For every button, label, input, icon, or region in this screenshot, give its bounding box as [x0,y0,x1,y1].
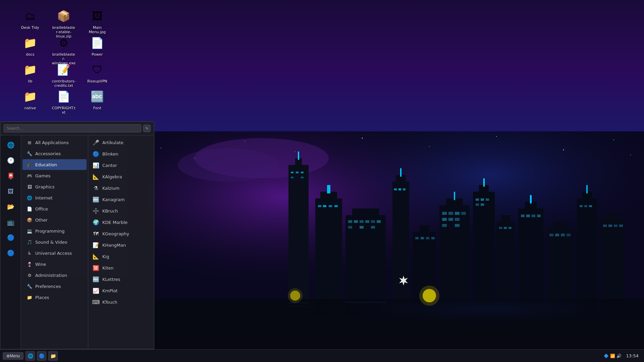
menu-sidebar-icon-0[interactable]: 🌐 [4,138,17,152]
bluetooth-icon[interactable]: 🔷 [604,354,609,358]
desktop-icon-native[interactable]: 📁 native [17,87,44,112]
category-item-other[interactable]: 📦 Other [22,215,87,225]
svg-rect-61 [448,218,453,221]
volume-icon[interactable]: 🔊 [616,354,622,358]
category-item-universal-access[interactable]: ♿ Universal Access [22,248,87,258]
app-item-klettres[interactable]: 🔤 KLettres [88,274,154,285]
category-item-education[interactable]: 🎓 Education [22,159,87,170]
svg-point-14 [178,148,278,182]
menu-sidebar-icon-2[interactable]: 📮 [4,169,17,182]
cat-label-administration: Administration [35,273,67,278]
svg-rect-105 [288,302,309,303]
svg-rect-50 [421,237,424,239]
app-item-kmplot[interactable]: 📈 KmPlot [88,285,154,296]
taskbar-icon-3[interactable]: 📁 [48,351,58,361]
cat-label-wine: Wine [35,262,46,267]
svg-rect-71 [476,203,479,206]
taskbar-icon-2[interactable]: 🔵 [37,351,46,361]
menu-button[interactable]: ⊕Menu [3,352,23,360]
icon-label-contributors: contributors-credits.txt [52,79,76,88]
desktop-icon-desk-tidy[interactable]: 🗂 Desk Tidy [17,7,44,31]
cat-icon-programming: 💻 [26,228,33,234]
menu-sidebar-icon-3[interactable]: 🖼 [4,184,17,198]
app-item-kbruch[interactable]: ➗ KBruch [88,205,154,217]
cat-label-education: Education [35,162,57,167]
icon-img-power: 📄 [89,35,105,51]
app-item-ktouch[interactable]: ⌨ KTouch [88,296,154,308]
app-item-artikulate[interactable]: 🎤 Artikulate [88,137,154,148]
apps-panel: 🎤 Artikulate 🔵 Blinken 📊 Cantor 📐 KAlgeb… [88,135,154,349]
cat-icon-graphics: 🖼 [26,184,33,190]
category-item-graphics[interactable]: 🖼 Graphics [22,181,87,192]
category-item-preferences[interactable]: 🔧 Preferences [22,281,87,292]
svg-rect-21 [291,177,293,178]
svg-rect-107 [345,302,386,303]
svg-rect-36 [371,220,375,223]
desktop-icon-lib[interactable]: 📁 lib [17,60,44,85]
category-item-office[interactable]: 📄 Office [22,203,87,214]
category-item-internet[interactable]: 🌐 Internet [22,192,87,203]
svg-rect-57 [448,212,453,215]
desktop-icon-docs[interactable]: 📁 docs [17,34,44,58]
app-item-kig[interactable]: 📐 Kig [88,251,154,262]
category-item-accessories[interactable]: 🔧 Accessories [22,148,87,159]
category-item-administration[interactable]: ⚙ Administration [22,270,87,281]
svg-rect-89 [561,234,565,236]
cat-icon-all-apps: ⊞ [26,139,33,145]
category-item-games[interactable]: 🎮 Games [22,170,87,181]
app-label-artikulate: Artikulate [102,140,123,145]
taskbar-icon-1[interactable]: 🌐 [25,351,35,361]
app-item-kgeography[interactable]: 🗺 KGeography [88,228,154,239]
icon-label-main-menu-jpg: Main Menu.jpg [85,25,109,34]
icon-img-main-menu-jpg: 🖼 [89,8,105,24]
category-item-sound-video[interactable]: 🎵 Sound & Video [22,237,87,247]
desktop-icon-main-menu-jpg[interactable]: 🖼 Main Menu.jpg [84,7,111,36]
app-item-kde-marble[interactable]: 🌍 KDE Marble [88,217,154,228]
svg-rect-77 [508,227,512,229]
desktop-icon-copyright[interactable]: 📄 COPYRIGHT.txt [50,87,77,116]
category-item-wine[interactable]: 🍷 Wine [22,259,87,269]
cat-icon-accessories: 🔧 [26,150,33,157]
cat-icon-universal-access: ♿ [26,250,33,256]
icon-img-docs: 📁 [22,35,38,51]
category-item-places[interactable]: 📁 Places [22,292,87,303]
menu-sidebar-icon-4[interactable]: 📂 [4,200,17,213]
menu-sidebar-icon-1[interactable]: 🕐 [4,154,17,167]
svg-rect-81 [521,215,525,217]
category-item-all-apps[interactable]: ⊞ All Applications [22,137,87,148]
app-item-cantor[interactable]: 📊 Cantor [88,160,154,171]
desktop-icon-riseupvpn[interactable]: 🛡 RiseupVPN [84,60,111,85]
svg-rect-59 [461,212,466,215]
svg-rect-68 [476,198,479,201]
app-item-kalgebra[interactable]: 📐 KAlgebra [88,171,154,182]
cat-icon-education: 🎓 [26,162,33,168]
menu-sidebar-icon-7[interactable]: 🔵 [4,246,17,259]
taskbar-tray: 🔷 📶 🔊 [604,354,622,358]
app-label-kalzium: Kalzium [102,186,119,191]
desktop-icon-font[interactable]: 🔤 Font [84,87,111,112]
svg-rect-25 [327,185,330,193]
svg-rect-51 [426,237,429,239]
svg-rect-46 [403,188,406,190]
app-item-kiten[interactable]: 🈲 Kiten [88,262,154,274]
app-icon-khangman: 📝 [92,241,100,249]
svg-rect-17 [298,152,299,160]
category-item-programming[interactable]: 💻 Programming [22,226,87,236]
network-icon[interactable]: 📶 [610,354,615,358]
svg-rect-48 [419,225,429,234]
desktop-icon-contributors[interactable]: 📝 contributors-credits.txt [50,60,77,89]
app-item-khangman[interactable]: 📝 KHangMan [88,239,154,251]
app-item-kanagram[interactable]: 🔤 Kanagram [88,194,154,205]
svg-point-111 [288,288,303,303]
desktop-icon-power[interactable]: 📄 Power [84,34,111,58]
svg-rect-56 [442,212,447,215]
menu-search-input[interactable] [4,124,141,132]
svg-rect-38 [348,226,352,229]
menu-sidebar-icon-5[interactable]: 📺 [4,215,17,229]
app-item-kalzium[interactable]: ⚗ Kalzium [88,182,154,194]
app-item-blinken[interactable]: 🔵 Blinken [88,148,154,160]
menu-sidebar-icon-6[interactable]: 🔵 [4,231,17,244]
menu-edit-button[interactable]: ✎ [143,125,151,132]
svg-point-109 [419,286,439,306]
icon-img-brailleblaster-zip: 📦 [56,8,72,24]
